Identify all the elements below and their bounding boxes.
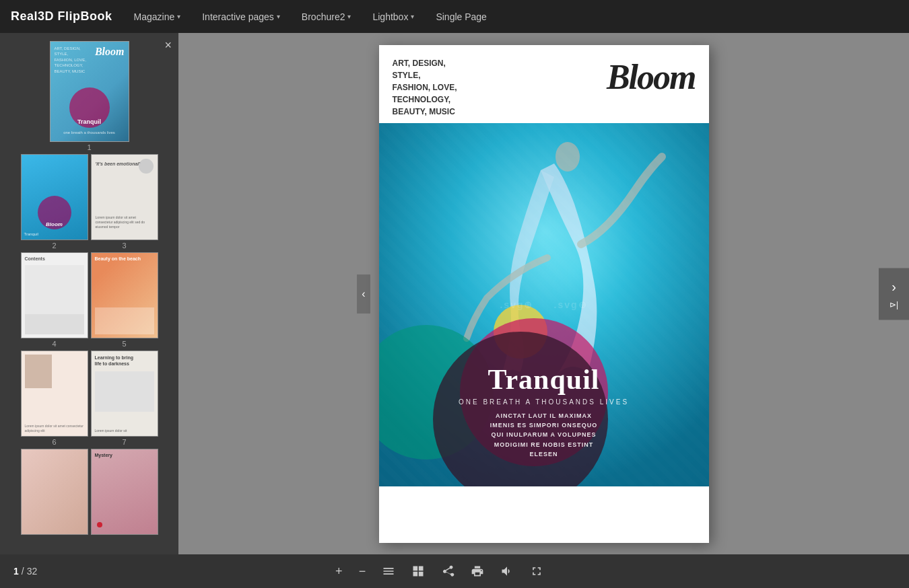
thumbnail-image-1: Bloom ART, DESIGN,STYLE,FASHION, LOVE,TE… <box>50 41 129 142</box>
share-button[interactable] <box>438 562 457 581</box>
thumbnail-group-2-3: Bloom Tranquil 2 'it's been emotional' L… <box>0 154 178 250</box>
thumbnail-panel: × Bloom ART, DESIGN,STYLE,FASHION, LOVE,… <box>0 33 178 554</box>
thumbnail-number-5: 5 <box>122 340 126 348</box>
toolbar-controls: + − <box>333 562 546 581</box>
overlay-text-block: Tranquil ONE BREATH A THOUSANDS LIVES AI… <box>379 364 709 459</box>
chevron-down-icon: ▾ <box>411 13 414 20</box>
thumbnail-3[interactable]: 'it's been emotional' Lorem ipsum dolor … <box>91 154 158 250</box>
chevron-down-icon: ▾ <box>177 13 180 20</box>
chevron-right-icon: › <box>891 279 896 294</box>
print-icon <box>471 564 484 578</box>
thumbnail-4[interactable]: Contents 4 <box>21 252 88 348</box>
header-text: ART, DESIGN,STYLE,FASHION, LOVE,TECHNOLO… <box>393 57 457 118</box>
thumbnail-9[interactable]: Mystery <box>91 449 158 536</box>
list-icon <box>382 564 395 578</box>
prev-page-button[interactable]: ‹ <box>357 274 370 314</box>
chevron-down-icon: ▾ <box>347 13 351 20</box>
page-indicator: 1 / 32 <box>13 566 37 577</box>
sound-icon <box>500 564 514 578</box>
body-text: AINCTAT LAUT IL MAXIMAXIMENIS ES SIMPORI… <box>470 411 618 460</box>
sound-button[interactable] <box>498 562 516 581</box>
total-pages: 32 <box>27 566 38 577</box>
bottom-toolbar: 1 / 32 + − <box>0 554 909 588</box>
thumbnail-2[interactable]: Bloom Tranquil 2 <box>21 154 88 250</box>
thumbnail-image-3: 'it's been emotional' Lorem ipsum dolor … <box>91 154 158 240</box>
chevron-left-icon: ‹ <box>362 288 365 300</box>
thumbnail-7[interactable]: Learning to bringlife to darkness Lorem … <box>91 351 158 446</box>
thumbnail-6[interactable]: Lorem ipsum dolor sit amet consectetur a… <box>21 351 88 446</box>
thumbnail-group-4-5: Contents 4 Beauty on the beach 5 <box>0 252 178 348</box>
page-separator: / <box>22 566 24 577</box>
thumbnail-image-4: Contents <box>21 252 88 338</box>
thumbnail-group-8-9: Mystery <box>0 449 178 536</box>
fullscreen-button[interactable] <box>527 562 546 581</box>
app-brand: Real3D FlipBook <box>11 9 112 24</box>
thumbnail-number-6: 6 <box>52 438 56 446</box>
flipbook-page: ART, DESIGN,STYLE,FASHION, LOVE,TECHNOLO… <box>379 45 709 543</box>
nav-item-magazine[interactable]: Magazine ▾ <box>134 11 181 22</box>
share-icon <box>441 564 454 578</box>
thumbnail-image-8 <box>21 449 88 535</box>
current-page: 1 <box>13 566 19 577</box>
chevron-down-icon: ▾ <box>277 13 280 20</box>
svg-point-1 <box>556 142 580 172</box>
bloom-title: Bloom <box>607 57 696 97</box>
thumbnail-image-9: Mystery <box>91 449 158 535</box>
grid-button[interactable] <box>409 562 428 581</box>
top-navigation: Real3D FlipBook Magazine ▾ Interactive p… <box>0 0 909 33</box>
nav-item-lightbox[interactable]: Lightbox ▾ <box>372 11 414 22</box>
contents-button[interactable] <box>379 562 398 581</box>
nav-item-brochure[interactable]: Brochure2 ▾ <box>302 11 351 22</box>
fullscreen-icon <box>530 564 543 578</box>
thumbnail-number-3: 3 <box>122 242 126 250</box>
thumbnail-image-2: Bloom Tranquil <box>21 154 88 240</box>
nav-item-interactive-pages[interactable]: Interactive pages ▾ <box>202 11 280 22</box>
last-page-icon: ⊳| <box>889 299 898 309</box>
thumbnail-1[interactable]: Bloom ART, DESIGN,STYLE,FASHION, LOVE,TE… <box>0 41 178 151</box>
nav-item-single-page[interactable]: Single Page <box>436 11 487 22</box>
thumbnail-number-7: 7 <box>122 438 126 446</box>
thumbnail-image-7: Learning to bringlife to darkness Lorem … <box>91 351 158 437</box>
subtitle-text: ONE BREATH A THOUSANDS LIVES <box>379 398 709 406</box>
page-header: ART, DESIGN,STYLE,FASHION, LOVE,TECHNOLO… <box>379 45 709 123</box>
main-area: × Bloom ART, DESIGN,STYLE,FASHION, LOVE,… <box>0 33 909 554</box>
close-panel-button[interactable]: × <box>164 38 172 52</box>
zoom-in-button[interactable]: + <box>333 562 345 581</box>
tranquil-title: Tranquil <box>379 364 709 395</box>
thumbnail-5[interactable]: Beauty on the beach 5 <box>91 252 158 348</box>
next-page-button[interactable]: › ⊳| <box>879 268 909 320</box>
zoom-out-button[interactable]: − <box>356 562 369 581</box>
grid-icon <box>411 564 425 578</box>
thumbnail-number-1: 1 <box>87 143 91 151</box>
viewer-area: ‹ ART, DESIGN,STYLE,FASHION, LOVE,TECHNO… <box>178 33 909 554</box>
thumbnail-number-2: 2 <box>52 242 56 250</box>
thumbnail-8[interactable] <box>21 449 88 536</box>
thumbnail-group-6-7: Lorem ipsum dolor sit amet consectetur a… <box>0 351 178 446</box>
thumbnail-image-6: Lorem ipsum dolor sit amet consectetur a… <box>21 351 88 437</box>
page-image: .svg⊕ .svg⊕ Tranquil ONE BREATH A THOUSA… <box>379 123 709 486</box>
thumbnail-image-5: Beauty on the beach <box>91 252 158 338</box>
thumbnail-number-4: 4 <box>52 340 56 348</box>
print-button[interactable] <box>468 562 487 581</box>
